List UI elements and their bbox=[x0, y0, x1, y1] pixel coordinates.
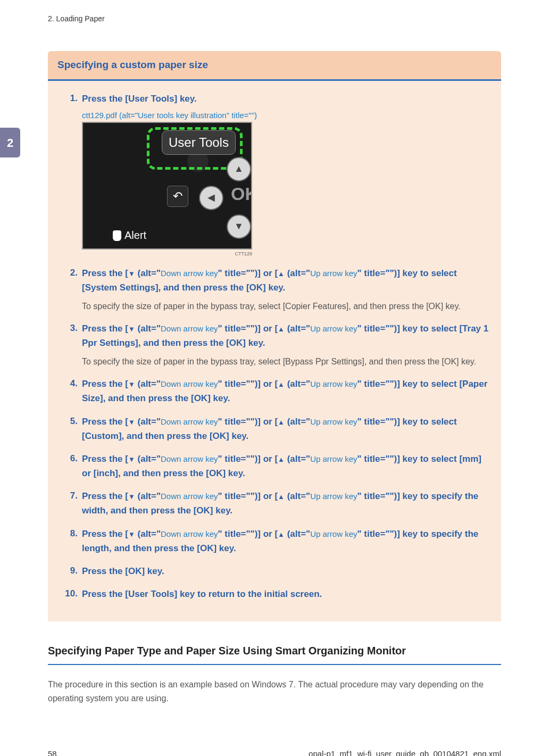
step-7: Press the [ (alt="Down arrow key" title=… bbox=[60, 489, 489, 518]
alert-icon bbox=[113, 230, 121, 241]
step-4: Press the [ (alt="Down arrow key" title=… bbox=[60, 377, 489, 405]
steps-list: Press the [User Tools] key. ctt129.pdf (… bbox=[60, 92, 489, 602]
image-reference-line: ctt129.pdf (alt="User tools key illustra… bbox=[82, 109, 489, 122]
step-1: Press the [User Tools] key. ctt129.pdf (… bbox=[60, 92, 489, 258]
page-footer: 58 opal-p1_mf1_wi-fi_user_guide_gb_00104… bbox=[48, 748, 501, 756]
step-note: To specify the size of paper in the bypa… bbox=[82, 300, 489, 313]
up-arrow-key-icon bbox=[278, 491, 285, 501]
down-arrow-key-icon bbox=[128, 529, 135, 539]
image-alt-text: User tools key illustration bbox=[138, 111, 227, 120]
up-arrow-key-icon bbox=[278, 417, 285, 427]
alert-label: Alert bbox=[113, 227, 146, 243]
down-arrow-key-icon bbox=[128, 379, 135, 389]
down-arrow-key-icon bbox=[128, 268, 135, 278]
up-arrow-key-icon bbox=[278, 529, 285, 539]
procedure-box: Specifying a custom paper size Press the… bbox=[48, 51, 501, 621]
step-8: Press the [ (alt="Down arrow key" title=… bbox=[60, 527, 489, 555]
up-arrow-key-icon bbox=[278, 379, 285, 389]
image-code: CTT129 bbox=[82, 251, 252, 258]
up-arrow-key-icon bbox=[278, 454, 285, 464]
down-arrow-key-icon bbox=[128, 417, 135, 427]
step-text: Press the [ (alt="Down arrow key" title=… bbox=[82, 527, 489, 555]
pdf-link[interactable]: ctt129.pdf bbox=[82, 111, 117, 120]
step-text: Press the [ (alt="Down arrow key" title=… bbox=[82, 414, 489, 443]
page-number: 58 bbox=[48, 748, 57, 756]
step-5: Press the [ (alt="Down arrow key" title=… bbox=[60, 414, 489, 443]
step-text: Press the [ (alt="Down arrow key" title=… bbox=[82, 489, 489, 518]
device-illustration: User Tools ▲ ↶ ◀ OK ▼ Alert bbox=[82, 122, 252, 250]
step-text: Press the [ (alt="Down arrow key" title=… bbox=[82, 452, 489, 480]
down-arrow-key-icon bbox=[128, 491, 135, 501]
section-title: Specifying a custom paper size bbox=[48, 51, 501, 81]
step-text: Press the [ (alt="Down arrow key" title=… bbox=[82, 321, 489, 350]
step-10: Press the [User Tools] key to return to … bbox=[60, 587, 489, 601]
left-arrow-button-icon: ◀ bbox=[199, 186, 223, 210]
step-text: Press the [OK] key. bbox=[82, 564, 489, 578]
step-text: Press the [User Tools] key. bbox=[82, 92, 489, 106]
up-arrow-key-icon bbox=[278, 268, 285, 278]
down-arrow-key-icon bbox=[128, 323, 135, 334]
subsection-title: Specifying Paper Type and Paper Size Usi… bbox=[48, 643, 501, 665]
ok-label: OK bbox=[231, 180, 252, 207]
doc-filename: opal-p1_mf1_wi-fi_user_guide_gb_00104821… bbox=[309, 748, 501, 756]
down-arrow-button-icon: ▼ bbox=[227, 214, 251, 239]
step-6: Press the [ (alt="Down arrow key" title=… bbox=[60, 452, 489, 480]
section-tab: 2 bbox=[0, 128, 20, 157]
subsection-text: The procedure in this section is an exam… bbox=[48, 678, 501, 705]
step-9: Press the [OK] key. bbox=[60, 564, 489, 578]
step-text: Press the [ (alt="Down arrow key" title=… bbox=[82, 377, 489, 405]
up-arrow-key-icon bbox=[278, 323, 285, 334]
down-arrow-key-icon bbox=[128, 454, 135, 464]
step-note: To specify the size of paper in the bypa… bbox=[82, 355, 489, 369]
up-arrow-button-icon: ▲ bbox=[227, 157, 251, 181]
step-2: Press the [ (alt="Down arrow key" title=… bbox=[60, 266, 489, 313]
step-text: Press the [ (alt="Down arrow key" title=… bbox=[82, 266, 489, 295]
step-3: Press the [ (alt="Down arrow key" title=… bbox=[60, 321, 489, 368]
chapter-header: 2. Loading Paper bbox=[48, 13, 501, 24]
step-text: Press the [User Tools] key to return to … bbox=[82, 587, 489, 601]
back-button-icon: ↶ bbox=[167, 186, 188, 207]
